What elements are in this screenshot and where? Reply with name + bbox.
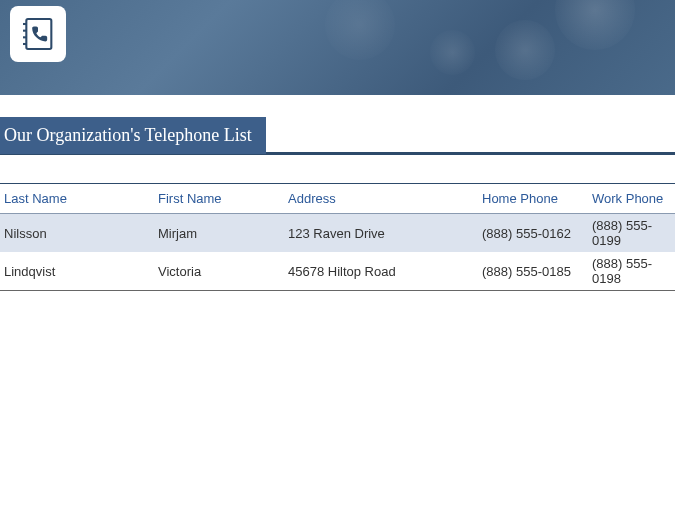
column-header-workphone: Work Phone	[588, 184, 675, 214]
column-header-homephone: Home Phone	[478, 184, 588, 214]
cell-address: 45678 Hiltop Road	[284, 252, 478, 291]
cell-lastname: Nilsson	[0, 214, 154, 253]
cell-homephone: (888) 555-0162	[478, 214, 588, 253]
table-row: Nilsson Mirjam 123 Raven Drive (888) 555…	[0, 214, 675, 253]
bokeh-circle	[430, 30, 475, 75]
cell-firstname: Victoria	[154, 252, 284, 291]
cell-workphone: (888) 555-0198	[588, 252, 675, 291]
cell-firstname: Mirjam	[154, 214, 284, 253]
column-header-lastname: Last Name	[0, 184, 154, 214]
title-area: Our Organization's Telephone List	[0, 117, 675, 155]
telephone-table: Last Name First Name Address Home Phone …	[0, 184, 675, 291]
telephone-table-area: Last Name First Name Address Home Phone …	[0, 183, 675, 291]
cell-address: 123 Raven Drive	[284, 214, 478, 253]
phone-book-icon	[18, 14, 58, 54]
header-banner	[0, 0, 675, 95]
table-row: Lindqvist Victoria 45678 Hiltop Road (88…	[0, 252, 675, 291]
column-header-firstname: First Name	[154, 184, 284, 214]
cell-lastname: Lindqvist	[0, 252, 154, 291]
table-header-row: Last Name First Name Address Home Phone …	[0, 184, 675, 214]
cell-workphone: (888) 555-0199	[588, 214, 675, 253]
cell-homephone: (888) 555-0185	[478, 252, 588, 291]
column-header-address: Address	[284, 184, 478, 214]
phone-book-icon-box	[10, 6, 66, 62]
bokeh-circle	[325, 0, 395, 60]
page-title: Our Organization's Telephone List	[0, 117, 266, 154]
svg-rect-0	[26, 19, 51, 49]
